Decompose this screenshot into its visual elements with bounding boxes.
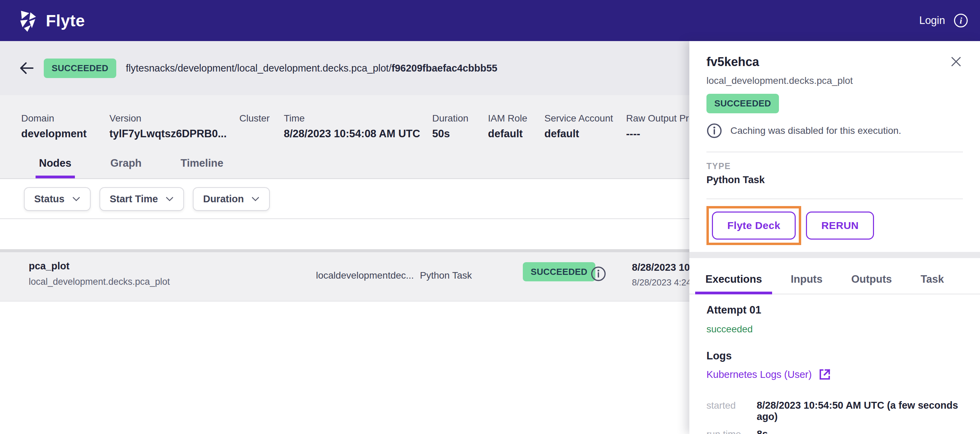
runtime-row: run time 8s: [706, 429, 963, 434]
chevron-down-icon: [251, 196, 259, 202]
logs-label: Logs: [706, 350, 963, 362]
tab-task[interactable]: Task: [910, 273, 954, 294]
filter-duration[interactable]: Duration: [193, 187, 270, 211]
tab-timeline[interactable]: Timeline: [177, 157, 227, 178]
chevron-down-icon: [165, 196, 174, 202]
attempt-status[interactable]: succeeded: [706, 324, 963, 335]
close-icon[interactable]: [949, 55, 963, 69]
panel-tabs: Executions Inputs Outputs Task: [689, 258, 980, 294]
attempt-title: Attempt 01: [706, 304, 963, 316]
navbar: Flyte Login i: [0, 0, 980, 41]
filter-status[interactable]: Status: [24, 187, 91, 211]
login-button[interactable]: Login: [919, 14, 945, 27]
started-value: 8/28/2023 10:54:50 AM UTC (a few seconds…: [757, 400, 963, 422]
chevron-down-icon: [72, 196, 80, 202]
started-row: started 8/28/2023 10:54:50 AM UTC (a few…: [706, 400, 963, 422]
external-link-icon: [818, 368, 832, 381]
runtime-value: 8s: [757, 429, 768, 434]
node-id: local_development.decks.pca_plot: [29, 276, 170, 287]
section-divider-band: [689, 252, 980, 258]
meta-version: Version tylF7yLwqtsz6DPRB0...: [110, 113, 239, 140]
brand-title: Flyte: [46, 11, 85, 30]
meta-time: Time 8/28/2023 10:54:08 AM UTC: [284, 113, 432, 140]
main-content: SUCCEEDED flytesnacks/development/local_…: [0, 41, 980, 434]
info-icon: [706, 123, 722, 139]
node-name: pca_plot: [29, 260, 170, 272]
flyte-deck-highlight-box: Flyte Deck: [706, 206, 801, 245]
node-type: Python Task: [420, 270, 472, 281]
flyte-deck-button[interactable]: Flyte Deck: [712, 212, 796, 239]
info-icon[interactable]: i: [953, 13, 968, 28]
status-badge: SUCCEEDED: [44, 59, 116, 78]
svg-text:i: i: [959, 16, 962, 26]
filter-start-time[interactable]: Start Time: [100, 187, 184, 211]
runtime-label: run time: [706, 429, 757, 434]
flyte-logo-icon: [15, 8, 39, 32]
tab-executions[interactable]: Executions: [695, 273, 772, 294]
view-tabs: Nodes Graph Timeline: [35, 157, 259, 178]
meta-duration: Duration 50s: [432, 113, 488, 140]
panel-subtitle: local_development.decks.pca_plot: [706, 75, 963, 86]
panel-actions: Flyte Deck RERUN: [706, 206, 963, 245]
meta-iam-role: IAM Role default: [488, 113, 544, 140]
type-value: Python Task: [706, 174, 963, 185]
tab-inputs[interactable]: Inputs: [780, 273, 833, 294]
flyte-brand[interactable]: Flyte: [15, 8, 85, 32]
tab-nodes[interactable]: Nodes: [35, 157, 75, 178]
tab-graph[interactable]: Graph: [107, 157, 145, 178]
panel-title: fv5kehca: [706, 55, 759, 69]
meta-service-account: Service Account default: [544, 113, 626, 140]
node-status-badge: SUCCEEDED: [523, 266, 595, 277]
breadcrumb-path: flytesnacks/development/local_developmen…: [126, 63, 391, 73]
info-icon[interactable]: [590, 266, 606, 282]
back-arrow-icon[interactable]: [19, 61, 34, 75]
divider: [706, 152, 963, 152]
caching-note: Caching was disabled for this execution.: [730, 125, 901, 136]
kubernetes-logs-link[interactable]: Kubernetes Logs (User): [706, 368, 963, 381]
breadcrumb-execution-id: f96209fbaefac4cbbb55: [391, 63, 498, 73]
rerun-button[interactable]: RERUN: [806, 212, 874, 239]
tab-outputs[interactable]: Outputs: [841, 273, 902, 294]
node-launch-plan: localdevelopmentdec...: [316, 270, 414, 281]
panel-status-badge: SUCCEEDED: [706, 94, 779, 113]
meta-domain: Domain development: [21, 113, 110, 140]
started-label: started: [706, 400, 757, 411]
divider: [706, 198, 963, 199]
breadcrumb[interactable]: flytesnacks/development/local_developmen…: [126, 63, 498, 74]
node-name-cell[interactable]: pca_plot local_development.decks.pca_plo…: [29, 260, 170, 287]
node-details-panel: fv5kehca local_development.decks.pca_plo…: [689, 41, 980, 434]
meta-cluster: Cluster: [239, 113, 284, 140]
type-label: TYPE: [706, 161, 963, 171]
